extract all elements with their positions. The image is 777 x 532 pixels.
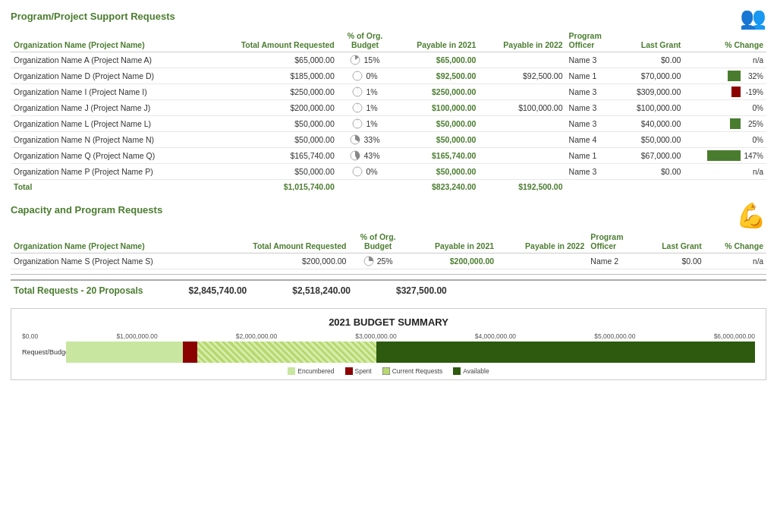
table-cell: 0%	[684, 132, 766, 148]
svg-point-1	[353, 71, 362, 80]
legend-current: Current Requests	[382, 367, 443, 375]
table-cell: $165,740.00	[392, 148, 479, 164]
change-cell: 147%	[687, 150, 763, 161]
chart-axis: $0.00 $1,000,000.00 $2,000,000.00 $3,000…	[22, 332, 755, 340]
table-cell: 1%	[338, 116, 392, 132]
legend-encumbered: Encumbered	[288, 367, 334, 375]
total-cell: Total	[11, 180, 206, 194]
change-cell: n/a	[687, 56, 763, 65]
table-cell: n/a	[684, 164, 766, 180]
total-cell: $823,240.00	[392, 180, 479, 194]
table-cell: $0.00	[617, 52, 684, 68]
total-cell	[684, 180, 766, 194]
table-cell: 25%	[349, 253, 407, 269]
cap-col-total: Total Amount Requested	[212, 230, 349, 253]
table-cell: Name 3	[566, 52, 618, 68]
chart-legend: Encumbered Spent Current Requests Availa…	[22, 367, 755, 375]
table-cell: $200,000.00	[206, 100, 338, 116]
legend-spent: Spent	[345, 367, 372, 375]
chart-row: Request/Budget	[22, 342, 755, 363]
table-row: Organization Name L (Project Name L)$50,…	[11, 116, 766, 132]
table-cell: Name 3	[566, 116, 618, 132]
cap-col-lastgrant: Last Grant	[641, 230, 705, 253]
total-requests-label: Total Requests - 20 Proposals	[14, 285, 143, 296]
table-cell	[479, 164, 565, 180]
col-org: Organization Name (Project Name)	[11, 29, 206, 52]
table-cell: $50,000.00	[206, 132, 338, 148]
table-row: Organization Name D (Project Name D)$185…	[11, 68, 766, 84]
col-lastgrant: Last Grant	[617, 29, 684, 52]
table-cell	[479, 116, 565, 132]
table-cell: $165,740.00	[206, 148, 338, 164]
table-cell: $50,000.00	[392, 116, 479, 132]
col-pct: % of Org.Budget	[338, 29, 392, 52]
table-cell: Organization Name S (Project Name S)	[11, 253, 212, 269]
table-cell: Name 3	[566, 164, 618, 180]
table-cell: Name 3	[566, 84, 618, 100]
cap-col-pct: % of Org.Budget	[349, 230, 407, 253]
table-cell: Organization Name J (Project Name J)	[11, 100, 206, 116]
table-cell: $70,000.00	[617, 68, 684, 84]
legend-available-box	[453, 367, 461, 375]
table-row: Organization Name Q (Project Name Q)$165…	[11, 148, 766, 164]
col-total: Total Amount Requested	[206, 29, 338, 52]
table-cell	[497, 253, 587, 269]
table-cell: $250,000.00	[206, 84, 338, 100]
total-cell	[617, 180, 684, 194]
legend-available: Available	[453, 367, 489, 375]
program-table: Organization Name (Project Name) Total A…	[11, 29, 766, 194]
table-cell	[479, 52, 565, 68]
table-cell: $100,000.00	[479, 100, 565, 116]
total-requests-pay2021: $2,518,240.00	[292, 285, 351, 296]
table-cell: 0%	[684, 100, 766, 116]
table-cell: n/a	[705, 253, 766, 269]
table-cell: 1%	[338, 100, 392, 116]
table-cell: Organization Name A (Project Name A)	[11, 52, 206, 68]
table-cell: $65,000.00	[392, 52, 479, 68]
table-cell: 1%	[338, 84, 392, 100]
chart-title: 2021 BUDGET SUMMARY	[22, 316, 755, 328]
table-cell: n/a	[684, 52, 766, 68]
table-cell: 33%	[338, 132, 392, 148]
table-cell: 0%	[338, 164, 392, 180]
cap-col-pay2022: Payable in 2022	[497, 230, 587, 253]
table-cell: $250,000.00	[392, 84, 479, 100]
table-cell: $50,000.00	[206, 116, 338, 132]
bar-spent	[183, 342, 197, 363]
table-cell: $100,000.00	[617, 100, 684, 116]
capacity-icon: 💪	[736, 201, 766, 230]
total-row: Total$1,015,740.00$823,240.00$192,500.00	[11, 180, 766, 194]
change-cell: 25%	[687, 118, 763, 129]
change-cell: 32%	[687, 71, 763, 81]
bar-available	[376, 342, 755, 363]
cap-col-change: % Change	[705, 230, 766, 253]
table-cell: Name 1	[566, 68, 618, 84]
table-cell: $200,000.00	[407, 253, 497, 269]
table-cell: Organization Name I (Project Name I)	[11, 84, 206, 100]
table-cell: 32%	[684, 68, 766, 84]
table-cell: $200,000.00	[212, 253, 349, 269]
table-cell: 15%	[338, 52, 392, 68]
chart-bars	[66, 342, 755, 363]
table-cell: $50,000.00	[206, 164, 338, 180]
table-cell: Organization Name L (Project Name L)	[11, 116, 206, 132]
table-cell: $100,000.00	[392, 100, 479, 116]
bar-encumbered	[66, 342, 183, 363]
table-cell: Name 4	[566, 132, 618, 148]
table-cell: $65,000.00	[206, 52, 338, 68]
table-cell	[479, 148, 565, 164]
table-cell: Name 3	[566, 100, 618, 116]
table-row: Organization Name S (Project Name S)$200…	[11, 253, 766, 269]
table-cell: $50,000.00	[392, 132, 479, 148]
capacity-section-title: Capacity and Program Requests	[11, 204, 162, 216]
total-requests-pay2022: $327,500.00	[396, 285, 447, 296]
table-cell: -19%	[684, 84, 766, 100]
budget-chart-container: 2021 BUDGET SUMMARY $0.00 $1,000,000.00 …	[11, 308, 766, 380]
table-cell	[479, 84, 565, 100]
table-cell: Organization Name P (Project Name P)	[11, 164, 206, 180]
table-cell: $67,000.00	[617, 148, 684, 164]
change-cell: n/a	[708, 257, 763, 266]
table-row: Organization Name I (Project Name I)$250…	[11, 84, 766, 100]
table-cell: $309,000.00	[617, 84, 684, 100]
col-change: % Change	[684, 29, 766, 52]
